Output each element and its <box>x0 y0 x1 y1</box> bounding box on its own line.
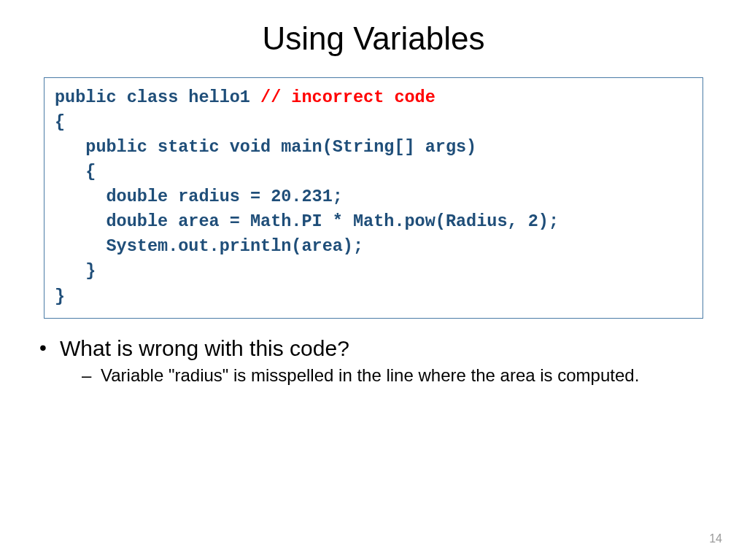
code-line-7: System.out.println(area); <box>55 236 363 256</box>
body-content: What is wrong with this code? Variable "… <box>29 336 718 386</box>
answer-text: Variable "radius" is misspelled in the l… <box>101 365 639 385</box>
code-line-4: { <box>55 162 96 182</box>
bullet-list-l1: What is wrong with this code? Variable "… <box>29 336 718 386</box>
code-line-2: { <box>55 112 65 132</box>
page-number: 14 <box>709 532 722 545</box>
code-block: public class hello1 // incorrect code { … <box>44 77 703 319</box>
code-line-9: } <box>55 287 65 306</box>
code-line-6: double area = Math.PI * Math.pow(Radius,… <box>55 211 559 231</box>
bullet-item-question: What is wrong with this code? Variable "… <box>45 336 718 386</box>
code-line-5: double radius = 20.231; <box>55 187 343 206</box>
question-text: What is wrong with this code? <box>60 336 349 360</box>
bullet-item-answer: Variable "radius" is misspelled in the l… <box>86 365 718 386</box>
code-comment: // incorrect code <box>260 88 436 107</box>
bullet-list-l2: Variable "radius" is misspelled in the l… <box>60 365 718 386</box>
code-line-8: } <box>55 261 96 281</box>
code-line-1a: public class hello1 <box>55 88 260 107</box>
slide-title: Using Variables <box>0 0 747 77</box>
code-line-3: public static void main(String[] args) <box>55 137 476 157</box>
